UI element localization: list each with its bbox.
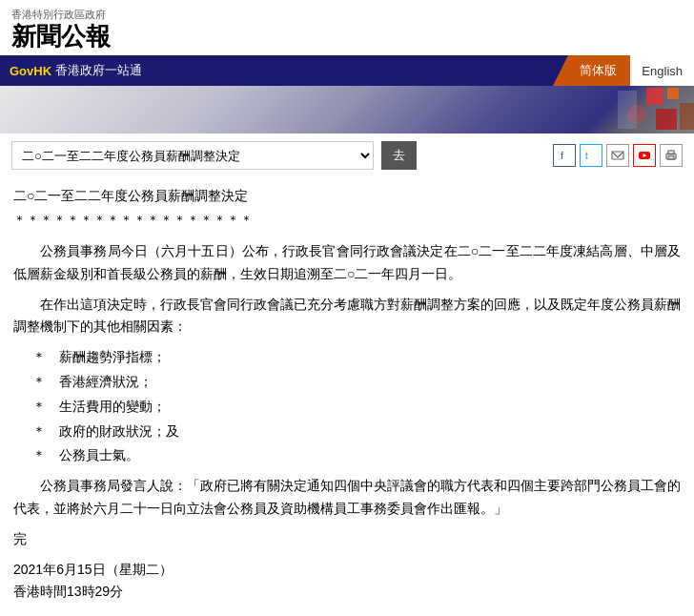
svg-text:t: t xyxy=(585,151,588,161)
header: 香港特別行政區政府 新聞公報 xyxy=(0,0,694,55)
article-select[interactable]: 二○二一至二二年度公務員薪酬調整決定 xyxy=(11,141,374,170)
nav-simplified[interactable]: 简体版 xyxy=(568,55,628,86)
simplified-label: 简体版 xyxy=(580,62,617,79)
email-icon[interactable] xyxy=(606,144,629,167)
twitter-icon[interactable]: t xyxy=(580,144,602,167)
svg-text:f: f xyxy=(561,150,564,161)
svg-rect-1 xyxy=(667,88,679,99)
print-icon[interactable] xyxy=(660,144,683,167)
govhk-label: GovHK xyxy=(10,64,51,78)
youtube-icon[interactable] xyxy=(633,144,656,167)
svg-rect-3 xyxy=(680,103,694,130)
search-button[interactable]: 去 xyxy=(381,141,417,170)
bullet-item: 生活費用的變動； xyxy=(32,396,681,419)
bullet-item: 政府的財政狀況；及 xyxy=(32,421,681,443)
svg-rect-13 xyxy=(668,156,674,159)
nav-english[interactable]: English xyxy=(628,55,694,86)
svg-rect-0 xyxy=(646,88,663,105)
date-line: 2021年6月15日（星期二） xyxy=(13,559,681,582)
svg-rect-2 xyxy=(656,109,677,130)
english-label: English xyxy=(642,64,683,78)
article-title: 二○二一至二二年度公務員薪酬調整決定 xyxy=(13,185,681,208)
article-content: 二○二一至二二年度公務員薪酬調整決定 ＊＊＊＊＊＊＊＊＊＊＊＊＊＊＊＊＊＊ 公務… xyxy=(0,177,694,611)
time-line: 香港時間13時29分 xyxy=(13,581,681,604)
paragraph-1: 公務員事務局今日（六月十五日）公布，行政長官會同行政會議決定在二○二一至二二年度… xyxy=(13,240,681,286)
bullet-item: 香港經濟狀況； xyxy=(32,371,681,394)
nav-govhk[interactable]: GovHK 香港政府一站通 xyxy=(0,55,152,86)
govhk-text: 香港政府一站通 xyxy=(55,62,142,79)
paragraph-3: 公務員事務局發言人說：「政府已將有關決定通知四個中央評議會的職方代表和四個主要跨… xyxy=(13,475,681,521)
bullet-list: 薪酬趨勢淨指標； 香港經濟狀況； 生活費用的變動； 政府的財政狀況；及 公務員士… xyxy=(13,346,681,467)
social-icons: f t xyxy=(553,144,683,167)
svg-rect-5 xyxy=(618,91,637,129)
facebook-icon[interactable]: f xyxy=(553,144,576,167)
nav-bar: GovHK 香港政府一站通 简体版 English xyxy=(0,55,694,86)
banner xyxy=(0,86,694,133)
end-mark: 完 xyxy=(13,528,681,551)
paragraph-2: 在作出這項決定時，行政長官會同行政會議已充分考慮職方對薪酬調整方案的回應，以及既… xyxy=(13,294,681,339)
gov-label: 香港特別行政區政府 xyxy=(11,8,683,22)
bullet-item: 公務員士氣。 xyxy=(32,444,681,467)
site-title: 新聞公報 xyxy=(11,22,683,51)
banner-decoration xyxy=(503,86,694,133)
stars-line: ＊＊＊＊＊＊＊＊＊＊＊＊＊＊＊＊＊＊ xyxy=(13,210,681,231)
bullet-item: 薪酬趨勢淨指標； xyxy=(32,346,681,369)
search-bar: 二○二一至二二年度公務員薪酬調整決定 去 f t xyxy=(0,133,694,177)
